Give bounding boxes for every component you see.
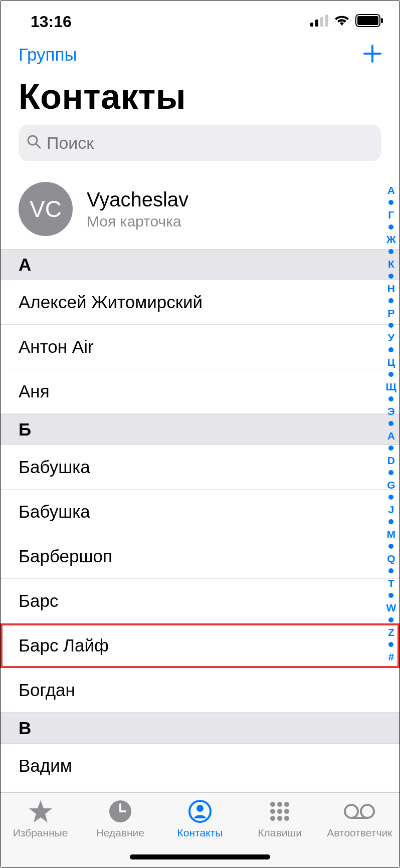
svg-rect-6 bbox=[381, 18, 383, 23]
index-letter[interactable]: А bbox=[387, 184, 395, 196]
index-letter[interactable]: J bbox=[388, 503, 394, 516]
index-letter[interactable]: Z bbox=[388, 626, 394, 638]
index-dot bbox=[388, 396, 393, 401]
index-letter[interactable]: К bbox=[388, 258, 394, 270]
contact-row[interactable]: Аня bbox=[1, 369, 399, 414]
status-indicators bbox=[310, 14, 383, 29]
tab-favorites[interactable]: Избранные bbox=[3, 798, 78, 839]
section-header: Б bbox=[1, 414, 399, 445]
svg-rect-3 bbox=[325, 15, 328, 27]
contact-row[interactable]: Барбершоп bbox=[1, 534, 399, 579]
add-contact-button[interactable] bbox=[361, 43, 383, 67]
section-header: В bbox=[1, 713, 399, 744]
index-dot bbox=[388, 225, 393, 230]
svg-rect-2 bbox=[320, 17, 323, 27]
contact-row[interactable]: Богдан bbox=[1, 668, 399, 713]
index-dot bbox=[388, 495, 393, 500]
index-letter[interactable]: W bbox=[386, 601, 396, 614]
index-letter[interactable]: M bbox=[387, 528, 396, 540]
index-letter[interactable]: T bbox=[388, 577, 394, 589]
status-time: 13:16 bbox=[31, 13, 72, 31]
my-card[interactable]: VC Vyacheslav Моя карточка bbox=[1, 170, 399, 249]
svg-point-19 bbox=[270, 809, 275, 814]
tab-recents[interactable]: Недавние bbox=[83, 798, 158, 839]
cellular-signal-icon bbox=[310, 15, 328, 29]
groups-button[interactable]: Группы bbox=[19, 45, 77, 65]
contact-row[interactable]: Вадим bbox=[1, 744, 399, 788]
contact-row[interactable]: Антон Air bbox=[1, 325, 399, 369]
svg-point-16 bbox=[270, 802, 275, 807]
tab-label: Контакты bbox=[177, 827, 223, 839]
svg-point-15 bbox=[196, 805, 204, 812]
star-icon bbox=[28, 798, 53, 825]
search-bar[interactable] bbox=[19, 125, 381, 161]
home-indicator[interactable] bbox=[130, 854, 270, 859]
index-letter[interactable]: Н bbox=[387, 282, 395, 295]
index-dot bbox=[388, 347, 393, 352]
svg-rect-0 bbox=[310, 23, 313, 27]
contact-row[interactable]: Барс bbox=[1, 579, 399, 623]
index-dot bbox=[388, 470, 393, 475]
nav-bar: Группы bbox=[1, 36, 399, 69]
index-letter[interactable]: Q bbox=[387, 552, 395, 565]
search-icon bbox=[27, 134, 42, 151]
svg-point-22 bbox=[270, 816, 275, 821]
index-letter[interactable]: G bbox=[387, 479, 395, 491]
svg-point-20 bbox=[277, 809, 282, 814]
section-header: А bbox=[1, 249, 399, 280]
index-dot bbox=[388, 200, 393, 205]
tab-label: Клавиши bbox=[258, 827, 302, 839]
contact-row[interactable]: Барс Лайф bbox=[1, 623, 399, 668]
index-letter[interactable]: Щ bbox=[386, 380, 396, 393]
svg-point-25 bbox=[345, 805, 358, 818]
index-letter[interactable]: A bbox=[387, 429, 395, 442]
index-letter[interactable]: Р bbox=[387, 307, 394, 319]
wifi-icon bbox=[333, 15, 350, 29]
index-dot bbox=[388, 298, 393, 303]
index-dot bbox=[388, 274, 393, 279]
index-dot bbox=[388, 642, 393, 647]
index-letter[interactable]: Ц bbox=[387, 356, 395, 368]
tab-voicemail[interactable]: Автоответчик bbox=[322, 798, 397, 839]
voicemail-icon bbox=[343, 798, 375, 825]
my-card-sub: Моя карточка bbox=[87, 213, 188, 230]
index-letter[interactable]: Г bbox=[388, 208, 394, 221]
svg-point-26 bbox=[361, 805, 374, 818]
index-dot bbox=[388, 446, 393, 451]
index-letter[interactable]: У bbox=[388, 331, 394, 344]
battery-icon bbox=[355, 14, 383, 29]
index-dot bbox=[388, 323, 393, 328]
index-letter[interactable]: Э bbox=[387, 405, 395, 417]
index-letter[interactable]: # bbox=[388, 650, 394, 663]
my-card-name: Vyacheslav bbox=[87, 188, 188, 211]
contact-list[interactable]: ААлексей ЖитомирскийАнтон AirАняББабушка… bbox=[1, 249, 399, 788]
index-dot bbox=[388, 519, 393, 524]
keypad-icon bbox=[268, 798, 292, 825]
index-letter[interactable]: D bbox=[387, 454, 395, 467]
index-dot bbox=[388, 372, 393, 377]
tab-contacts[interactable]: Контакты bbox=[162, 798, 238, 839]
clock-icon bbox=[108, 798, 132, 825]
tab-label: Избранные bbox=[13, 827, 68, 839]
svg-point-18 bbox=[284, 802, 289, 807]
my-card-text: Vyacheslav Моя карточка bbox=[87, 188, 188, 230]
tab-label: Автоответчик bbox=[327, 827, 392, 839]
avatar: VC bbox=[19, 182, 73, 236]
svg-rect-1 bbox=[315, 20, 318, 27]
tab-keypad[interactable]: Клавиши bbox=[242, 798, 317, 839]
svg-point-21 bbox=[284, 809, 289, 814]
contact-icon bbox=[188, 798, 212, 825]
contact-row[interactable]: Бабушка bbox=[1, 445, 399, 490]
index-letter[interactable]: Ж bbox=[386, 233, 396, 246]
svg-line-10 bbox=[36, 144, 40, 148]
index-dot bbox=[388, 617, 393, 622]
search-container bbox=[1, 122, 399, 170]
svg-point-24 bbox=[284, 816, 289, 821]
contact-row[interactable]: Бабушка bbox=[1, 490, 399, 534]
alphabet-index[interactable]: АГЖКНРУЦЩЭADGJMQTWZ# bbox=[386, 184, 396, 663]
search-input[interactable] bbox=[47, 133, 373, 153]
plus-icon bbox=[361, 43, 383, 65]
svg-rect-5 bbox=[357, 16, 378, 25]
svg-point-17 bbox=[277, 802, 282, 807]
contact-row[interactable]: Алексей Житомирский bbox=[1, 280, 399, 325]
